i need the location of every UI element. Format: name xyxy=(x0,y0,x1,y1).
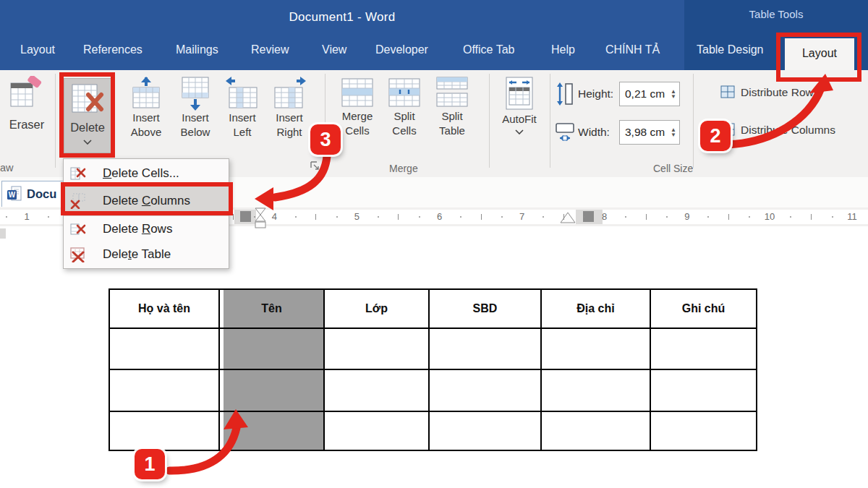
insert-below-button[interactable]: Insert Below xyxy=(173,76,218,140)
table-move-marker[interactable] xyxy=(560,212,576,223)
table-cell[interactable] xyxy=(541,369,650,411)
tab-table-layout-active[interactable]: Layout xyxy=(785,38,854,70)
tab-developer[interactable]: Developer xyxy=(375,43,428,56)
autofit-button[interactable]: AutoFit xyxy=(496,76,542,134)
menu-item-label: Delete Table xyxy=(103,247,171,262)
split-cells-button[interactable]: Split Cells xyxy=(383,76,425,138)
table-cell[interactable] xyxy=(324,328,429,369)
insert-left-button[interactable]: Insert Left xyxy=(221,76,263,140)
distribute-rows-button[interactable]: Distribute Rows xyxy=(720,85,820,99)
split-table-button[interactable]: Split Table xyxy=(430,76,475,138)
tab-table-design[interactable]: Table Design xyxy=(697,43,764,56)
table-cell-selected[interactable] xyxy=(219,369,324,411)
table-cell[interactable] xyxy=(109,369,219,411)
header-cell-selected[interactable]: Tên xyxy=(219,289,324,328)
indent-markers[interactable] xyxy=(253,207,268,229)
merge-cells-button[interactable]: Merge Cells xyxy=(334,76,380,138)
menu-item-delete-rows[interactable]: Delete Rows xyxy=(64,216,229,241)
ruler-tick xyxy=(295,216,297,218)
header-cell[interactable]: Địa chỉ xyxy=(541,289,650,328)
header-cell[interactable]: SBD xyxy=(429,289,541,328)
word-document-icon: W xyxy=(7,186,22,203)
distribute-columns-label: Distribute Columns xyxy=(741,123,835,137)
menu-item-label: Delete Columns xyxy=(103,194,190,208)
table-cell[interactable] xyxy=(109,328,219,369)
table-cell[interactable] xyxy=(429,411,541,450)
table-row xyxy=(109,411,757,450)
ruler-number: 6 xyxy=(433,211,447,222)
ruler-tick xyxy=(378,216,379,218)
merge-cells-label2: Cells xyxy=(345,124,369,138)
table-cell[interactable] xyxy=(541,411,650,450)
table-header-row: Họ và tên Tên Lớp SBD Địa chỉ Ghi chú xyxy=(109,289,757,328)
table-cell[interactable] xyxy=(429,328,541,369)
tab-references[interactable]: References xyxy=(83,43,142,56)
table-tools-label: Table Tools xyxy=(684,8,868,20)
document-tab-label: Docu xyxy=(27,187,56,201)
table-cell[interactable] xyxy=(109,411,219,450)
ruler-tick xyxy=(790,216,791,218)
insert-above-label: Insert xyxy=(132,111,160,125)
ruler-tick xyxy=(419,216,420,218)
table-cell[interactable] xyxy=(650,369,757,411)
width-input[interactable]: 3,98 cm ▲▼ xyxy=(619,120,680,145)
insert-above-button[interactable]: Insert Above xyxy=(123,76,169,140)
table-cell[interactable] xyxy=(429,369,541,411)
tab-review[interactable]: Review xyxy=(251,43,289,56)
height-spinner[interactable]: ▲▼ xyxy=(671,89,679,99)
table-cell[interactable] xyxy=(541,328,650,369)
insert-right-icon xyxy=(272,76,307,111)
step-badge-1: 1 xyxy=(135,449,165,479)
header-cell[interactable]: Ghi chú xyxy=(650,289,757,328)
table-cell[interactable] xyxy=(324,369,429,411)
menu-item-delete-cells[interactable]: Delete Cells... xyxy=(64,160,229,186)
table-cell-selected[interactable] xyxy=(219,328,324,369)
table-row xyxy=(109,369,757,411)
width-spinner[interactable]: ▲▼ xyxy=(671,127,679,137)
tab-chinh-ta[interactable]: CHÍNH TẢ xyxy=(605,43,660,56)
table-cell-selected[interactable] xyxy=(219,411,324,450)
delete-cells-icon xyxy=(69,166,87,181)
row-height-icon xyxy=(556,82,574,108)
ruler-tick xyxy=(728,214,729,220)
split-cells-icon xyxy=(387,76,422,109)
delete-rows-icon xyxy=(69,221,87,237)
group-separator xyxy=(489,74,490,168)
dialog-launcher-icon[interactable] xyxy=(310,160,320,174)
width-value: 3,98 cm xyxy=(625,126,665,139)
insert-right-button[interactable]: Insert Right xyxy=(267,76,312,140)
ruler-number: 10 xyxy=(762,211,777,222)
tab-mailings[interactable]: Mailings xyxy=(176,43,218,56)
eraser-button[interactable]: Eraser xyxy=(4,76,49,132)
ruler-tick xyxy=(811,214,812,220)
menu-item-delete-table[interactable]: Delete Table xyxy=(64,241,229,267)
window-title: Document1 - Word xyxy=(0,10,684,25)
ruler-tick xyxy=(6,216,7,218)
header-cell[interactable]: Lớp xyxy=(324,289,429,328)
svg-text:W: W xyxy=(9,191,16,199)
table-cell[interactable] xyxy=(324,411,429,450)
tab-office-tab[interactable]: Office Tab xyxy=(463,43,514,56)
menu-item-delete-columns[interactable]: Delete Columns xyxy=(64,186,229,216)
word-window: Document1 - Word Table Tools Layout Refe… xyxy=(0,0,868,488)
height-value: 0,21 cm xyxy=(625,87,665,100)
table-cell[interactable] xyxy=(650,411,757,450)
ruler-tick xyxy=(336,216,338,218)
tab-layout[interactable]: Layout xyxy=(20,43,55,56)
ruler-tick xyxy=(542,216,544,218)
delete-button[interactable]: Delete xyxy=(64,78,111,153)
tab-view[interactable]: View xyxy=(322,43,346,56)
ruler-tick xyxy=(563,214,564,220)
ruler-number: 5 xyxy=(349,211,364,222)
height-input[interactable]: 0,21 cm ▲▼ xyxy=(619,82,680,106)
ruler-number: 1 xyxy=(20,211,34,222)
ruler-tick xyxy=(48,216,49,218)
distribute-rows-icon xyxy=(720,85,735,99)
header-cell[interactable]: Họ và tên xyxy=(109,289,219,328)
ruler-column-marker[interactable] xyxy=(240,211,251,222)
table-cell[interactable] xyxy=(650,328,757,369)
chevron-down-icon xyxy=(515,129,524,134)
distribute-rows-label: Distribute Rows xyxy=(741,85,820,99)
distribute-columns-button[interactable]: Distribute Columns xyxy=(720,122,835,137)
tab-help[interactable]: Help xyxy=(551,43,575,56)
